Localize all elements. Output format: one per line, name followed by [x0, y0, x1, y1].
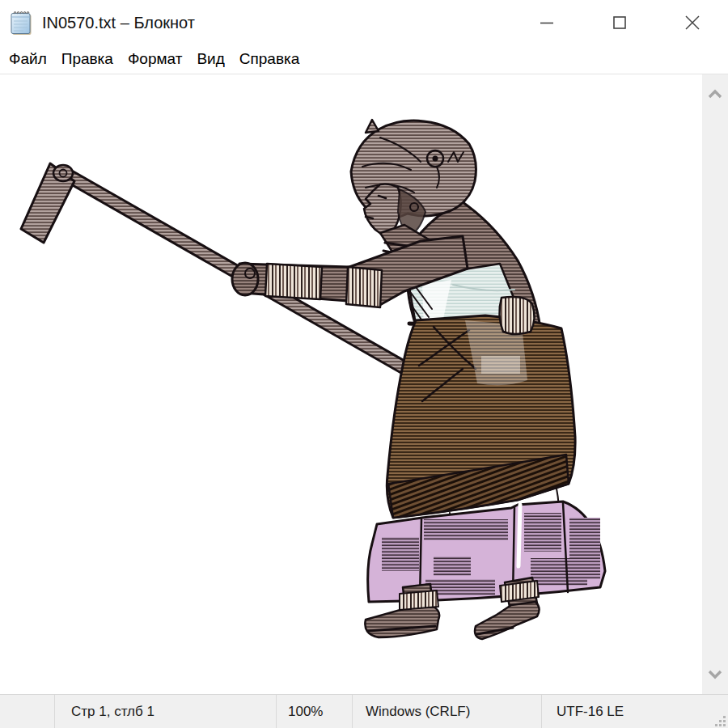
minimize-icon — [539, 15, 555, 31]
notepad-window: IN0570.txt – Блокнот Файл Правка Формат … — [0, 0, 728, 728]
notepad-icon[interactable] — [10, 9, 34, 36]
artwork-figure — [0, 74, 700, 694]
fist — [232, 263, 258, 295]
text-edit-area[interactable] — [0, 74, 728, 694]
menu-view[interactable]: Вид — [189, 48, 231, 72]
anklet-front — [400, 590, 438, 610]
window-title: IN0570.txt – Блокнот — [42, 14, 195, 32]
status-bar: Стр 1, стлб 1 100% Windows (CRLF) UTF-16… — [0, 694, 728, 728]
scroll-down-button[interactable] — [702, 660, 728, 689]
status-spacer — [0, 695, 55, 728]
bangles-near-arm — [346, 267, 382, 307]
menu-format[interactable]: Формат — [121, 48, 190, 72]
status-encoding: UTF-16 LE — [542, 695, 728, 728]
maximize-icon — [612, 15, 628, 31]
resize-grip[interactable] — [715, 716, 726, 727]
maximize-button[interactable] — [597, 0, 642, 45]
vertical-scrollbar[interactable] — [702, 74, 728, 694]
status-line-ending: Windows (CRLF) — [353, 695, 542, 728]
scroll-up-button[interactable] — [702, 79, 728, 108]
status-cursor-position: Стр 1, стлб 1 — [55, 695, 277, 728]
menu-help[interactable]: Справка — [232, 48, 307, 72]
chevron-up-icon — [708, 89, 722, 99]
status-zoom-level: 100% — [277, 695, 353, 728]
menu-file[interactable]: Файл — [2, 48, 54, 72]
chevron-down-icon — [708, 670, 722, 679]
menu-edit[interactable]: Правка — [54, 48, 121, 72]
close-icon — [684, 14, 701, 32]
bangles-front-arm — [265, 264, 322, 299]
menu-bar: Файл Правка Формат Вид Справка — [0, 45, 728, 74]
minimize-button[interactable] — [524, 0, 569, 45]
waist-knot — [499, 297, 534, 334]
title-bar: IN0570.txt – Блокнот — [0, 0, 728, 45]
close-button[interactable] — [670, 0, 715, 45]
